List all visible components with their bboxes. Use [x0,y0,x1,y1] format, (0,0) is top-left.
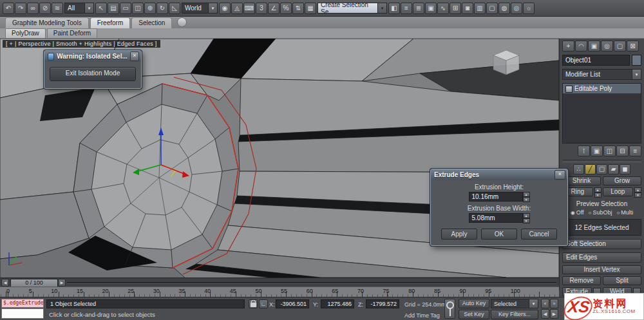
select-and-rotate-icon[interactable]: ↻ [156,3,168,14]
key-filters-button[interactable]: Key Filters... [491,310,538,319]
key-selection-dropdown[interactable]: Selected ▼ [491,299,538,308]
spinner-down-icon[interactable]: ▼ [523,218,530,223]
radio-off[interactable]: ◉ Off [571,209,584,216]
border-subobject-icon[interactable]: ▢ [596,164,607,174]
edge-subobject-icon[interactable]: ╱ [585,164,596,174]
grow-button[interactable]: Grow [603,176,641,185]
spinner-down-icon[interactable]: ▼ [523,197,530,202]
next-frame-icon[interactable]: ▶ [550,309,558,319]
radio-multi[interactable]: ○ Multi [616,209,633,216]
maxscript-listener-line[interactable] [1,308,44,319]
pin-stack-icon[interactable]: ⊺ [578,146,590,156]
chevron-down-icon[interactable]: ▼ [529,299,538,308]
next-frame-arrow[interactable]: ▶ [58,279,66,287]
set-keys-button[interactable] [444,299,455,319]
insert-vertex-button[interactable]: Insert Vertex [562,265,641,274]
configure-modifier-sets-icon[interactable]: ≡ [629,146,641,156]
spinner-down-icon[interactable]: ▼ [594,193,601,198]
go-to-end-icon[interactable]: » [550,299,558,308]
rectangular-selection-region-icon[interactable]: ▭ [120,3,131,14]
spinner-up-icon[interactable]: ▲ [523,192,530,197]
show-end-result-icon[interactable]: ▣ [591,146,603,156]
modifier-list-dropdown[interactable]: Modifier List ▼ [562,69,641,80]
radio-subobj[interactable]: ○ SubObj [589,209,612,216]
spinner-down-icon[interactable]: ▼ [634,193,641,198]
chevron-down-icon[interactable]: ▼ [84,3,93,13]
y-coordinate-field[interactable]: 1275.486 [321,299,354,308]
make-unique-icon[interactable]: ◫ [603,146,616,156]
curve-editor-icon[interactable]: ∿ [437,3,449,14]
element-subobject-icon[interactable]: ◼ [620,164,630,174]
set-key-button[interactable]: Set Key [459,310,489,319]
display-tab-icon[interactable]: ▢ [614,41,626,52]
apply-button[interactable]: Apply [441,229,477,240]
previous-frame-icon[interactable]: ◀ [541,309,549,319]
object-name-field[interactable]: Object01 [562,55,630,66]
go-to-start-icon[interactable]: « [541,299,549,308]
mirror-icon[interactable]: ◧ [388,3,400,14]
remove-button[interactable]: Remove [562,276,601,285]
lighting-analysis-icon[interactable]: ☼ [523,3,535,14]
utilities-tab-icon[interactable]: ⊠ [627,41,639,52]
select-by-name-icon[interactable]: ▤ [108,3,119,14]
subtab-polydraw[interactable]: PolyDraw [5,28,46,38]
render-iterative-icon[interactable]: ◎ [511,3,522,14]
undo-icon[interactable]: ↶ [3,3,14,14]
chevron-down-icon[interactable]: ▼ [377,3,386,13]
auto-key-button[interactable]: Auto Key [459,299,489,308]
timeline-ruler[interactable]: 0510152025303540455055606570758085909510… [0,287,559,297]
spinner-up-icon[interactable]: ▲ [634,187,641,193]
graphite-ribbon-toggle-icon[interactable]: ▣ [425,3,437,14]
tab-freeform[interactable]: Freeform [90,17,131,28]
snaps-toggle-icon[interactable]: 3 [256,3,267,14]
spinner-snap-icon[interactable]: ⇅ [292,3,304,14]
render-setup-icon[interactable]: ▥ [474,3,486,14]
named-selection-sets-dropdown[interactable]: Create Selection Se ▼ [317,3,387,14]
z-coordinate-field[interactable]: -1799.572 [366,299,399,308]
edit-named-selection-sets-icon[interactable]: ▦ [305,3,316,14]
edit-edges-rollout[interactable]: Edit Edges [562,252,641,263]
loop-button[interactable]: Loop [603,187,634,196]
select-and-link-icon[interactable]: ∞ [27,3,39,14]
x-coordinate-field[interactable]: -3906.501 [276,299,309,308]
material-editor-icon[interactable]: ◙ [462,3,473,14]
time-slider-groove[interactable] [67,282,556,284]
render-production-icon[interactable]: ◍ [498,3,510,14]
select-and-manipulate-icon[interactable]: ◬ [231,3,243,14]
window-crossing-icon[interactable]: ◫ [132,3,144,14]
chevron-down-icon[interactable]: ▼ [632,70,641,79]
chevron-down-icon[interactable]: ▼ [208,3,217,13]
exit-isolation-mode-button[interactable]: Exit Isolation Mode [50,67,136,81]
layer-manager-icon[interactable]: ≣ [413,3,424,14]
cancel-button[interactable]: Cancel [521,229,557,240]
select-object-icon[interactable]: ↖ [95,3,107,14]
use-pivot-center-icon[interactable]: ◉ [219,3,231,14]
tab-graphite-modeling-tools[interactable]: Graphite Modeling Tools [5,17,89,28]
tab-selection[interactable]: Selection [131,17,172,28]
soft-selection-rollout[interactable]: Soft Selection [562,239,641,249]
percent-snap-icon[interactable]: % [280,3,292,14]
reference-coordinate-dropdown[interactable]: World ▼ [182,3,218,14]
create-tab-icon[interactable]: + [562,41,574,52]
motion-tab-icon[interactable]: ◎ [601,41,613,52]
vertex-subobject-icon[interactable]: ∴ [573,164,584,174]
warning-dialog-titlebar[interactable]: Warning: Isolated Sel... × [44,51,141,62]
split-button[interactable]: Split [603,276,641,285]
ok-button[interactable]: OK [481,229,517,240]
align-icon[interactable]: ≡ [401,3,412,14]
extrusion-base-width-field[interactable]: 5.08mm [469,213,523,223]
close-icon[interactable]: × [554,170,565,180]
angle-snap-icon[interactable]: ∠ [268,3,279,14]
shrink-button[interactable]: Shrink [562,176,601,185]
object-color-swatch[interactable] [632,55,641,66]
add-time-tag[interactable]: Add Time Tag [404,312,440,319]
spinner-up-icon[interactable]: ▲ [523,213,530,218]
close-icon[interactable]: × [130,52,139,61]
viewport-label[interactable]: [ + | Perspective | Smooth + Highlights … [3,40,160,48]
extrusion-height-field[interactable]: 10.16mm [469,192,523,202]
schematic-view-icon[interactable]: ⊞ [450,3,461,14]
modify-tab-icon[interactable]: ◠ [575,41,587,52]
extrude-dialog-titlebar[interactable]: Extrude Edges × [431,169,567,180]
previous-frame-arrow[interactable]: ◀ [1,279,9,287]
maxscript-mini-listener[interactable]: $.edgeExtrudeW: [1,299,44,308]
